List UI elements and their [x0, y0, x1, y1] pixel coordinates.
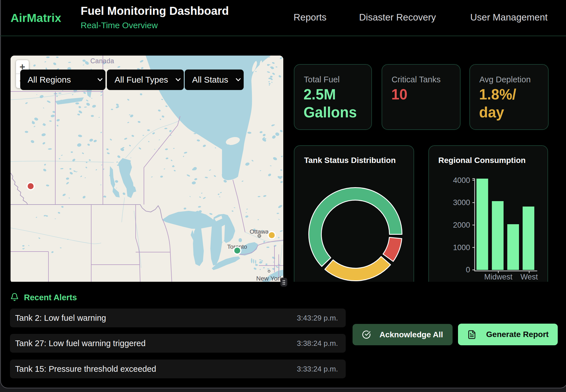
- svg-text:4000: 4000: [453, 176, 470, 185]
- svg-text:West: West: [520, 273, 538, 281]
- svg-text:Midwest: Midwest: [484, 273, 513, 281]
- svg-text:New York: New York: [256, 275, 283, 282]
- svg-text:0: 0: [466, 266, 470, 274]
- svg-text:2000: 2000: [453, 221, 470, 229]
- svg-text:3000: 3000: [453, 198, 470, 207]
- svg-text:Ottawa: Ottawa: [250, 228, 269, 235]
- svg-text:1000: 1000: [453, 243, 470, 252]
- svg-text:Canada: Canada: [90, 57, 114, 65]
